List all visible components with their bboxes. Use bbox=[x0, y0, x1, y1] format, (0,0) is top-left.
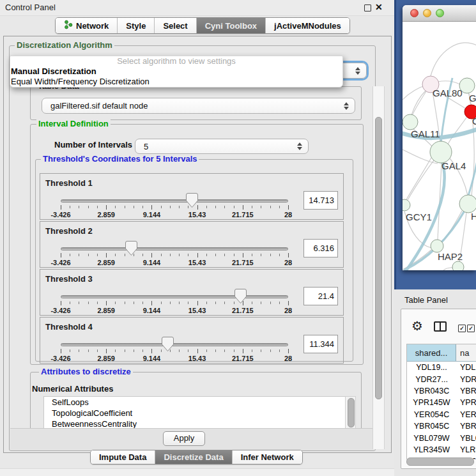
minimize-traffic-light-icon[interactable] bbox=[423, 9, 431, 17]
slider-thumb[interactable] bbox=[186, 193, 198, 208]
cell-name[interactable]: YPR1 bbox=[456, 398, 476, 407]
column-header-name[interactable]: na bbox=[456, 344, 476, 361]
column-header-shared-name[interactable]: shared... bbox=[407, 344, 456, 361]
tick-label: 28 bbox=[284, 259, 292, 266]
slider-track[interactable] bbox=[61, 247, 288, 250]
cell-shared-name[interactable]: YER054C bbox=[407, 410, 456, 419]
cell-shared-name[interactable]: YDR27... bbox=[407, 375, 456, 384]
close-icon[interactable]: ✕ bbox=[375, 2, 383, 12]
scrollbar-thumb[interactable] bbox=[406, 457, 474, 466]
table-horizontal-scrollbar[interactable] bbox=[405, 457, 476, 465]
cell-shared-name[interactable]: YBR043C bbox=[407, 387, 456, 395]
tick-label: 9.144 bbox=[143, 211, 161, 219]
network-node-gal4[interactable] bbox=[430, 141, 452, 163]
tab-discretize-data[interactable]: Discretize Data bbox=[155, 450, 231, 464]
node-attribute-table[interactable]: shared... na YDL19...YDL1YDR27...YDR2YBR… bbox=[406, 344, 476, 459]
threshold-slider[interactable]: -3.4262.8599.14415.4321.71528 bbox=[61, 339, 288, 364]
control-panel-scrollbar[interactable] bbox=[372, 86, 385, 449]
number-of-intervals-combo[interactable]: 5 bbox=[135, 139, 309, 154]
tick-label: 15.43 bbox=[188, 211, 206, 219]
float-icon[interactable] bbox=[364, 4, 371, 12]
cell-shared-name[interactable]: YBR045C bbox=[407, 422, 456, 431]
table-row[interactable]: YDR27...YDR2 bbox=[407, 373, 476, 385]
tab-impute-data[interactable]: Impute Data bbox=[91, 450, 155, 464]
cell-name[interactable]: YLR3 bbox=[456, 445, 476, 454]
network-node[interactable] bbox=[452, 261, 464, 270]
scrollbar-thumb[interactable] bbox=[348, 398, 355, 427]
threshold-label: Threshold 1 bbox=[45, 178, 93, 188]
tab-style[interactable]: Style bbox=[117, 18, 154, 33]
attributes-list-scrollbar[interactable] bbox=[345, 396, 356, 429]
tab-label: jActiveMNodules bbox=[274, 21, 341, 31]
tab-label: Infer Network bbox=[241, 452, 294, 462]
slider-thumb[interactable] bbox=[125, 241, 137, 256]
close-traffic-light-icon[interactable] bbox=[410, 9, 418, 17]
table-row[interactable]: YLR345WYLR3 bbox=[407, 444, 476, 456]
slider-thumb[interactable] bbox=[162, 337, 174, 352]
threshold-value-input[interactable] bbox=[303, 287, 338, 305]
threshold-value-input[interactable] bbox=[303, 191, 338, 210]
zoom-traffic-light-icon[interactable] bbox=[436, 9, 444, 17]
tab-infer-network[interactable]: Infer Network bbox=[232, 450, 302, 464]
checkbox-icon[interactable]: ✓ bbox=[458, 325, 466, 332]
network-node-h[interactable] bbox=[459, 195, 476, 213]
attribute-item-selfloops[interactable]: SelfLoops bbox=[44, 397, 346, 408]
split-columns-icon[interactable] bbox=[434, 321, 447, 332]
tick-label: 21.715 bbox=[232, 355, 254, 362]
network-window-titlebar[interactable] bbox=[403, 5, 476, 22]
table-data-combo[interactable]: galFiltered.sif default node bbox=[42, 98, 355, 114]
cell-name[interactable]: YBR0 bbox=[456, 422, 476, 431]
attribute-item-topologicalcoefficient[interactable]: TopologicalCoefficient bbox=[44, 408, 346, 418]
cell-name[interactable]: YDL1 bbox=[456, 363, 476, 372]
table-row[interactable]: YDL19...YDL1 bbox=[407, 362, 476, 373]
cell-name[interactable]: YBL0 bbox=[456, 434, 476, 443]
combo-spinner-icon bbox=[355, 67, 360, 75]
slider-track[interactable] bbox=[61, 295, 288, 298]
slider-thumb[interactable] bbox=[234, 289, 247, 304]
network-node-gal11[interactable] bbox=[403, 114, 418, 130]
table-row[interactable]: YPR145WYPR1 bbox=[407, 397, 476, 408]
cell-name[interactable]: YBR0 bbox=[456, 387, 476, 395]
tab-cyni-toolbox[interactable]: Cyni Toolbox bbox=[196, 18, 265, 33]
network-view-window[interactable]: GAL80GACGAL11GAL4GCY1HHAP2 bbox=[403, 5, 476, 270]
attributes-group: Attributes to discretize Numerical Attri… bbox=[30, 372, 362, 432]
cell-shared-name[interactable]: YDL19... bbox=[407, 363, 456, 372]
cell-shared-name[interactable]: YBL079W bbox=[407, 434, 456, 443]
table-row[interactable]: YER054CYER0 bbox=[407, 409, 476, 420]
tab-jactivemnodules[interactable]: jActiveMNodules bbox=[265, 18, 349, 33]
interval-definition-group-title: Interval Definition bbox=[36, 119, 111, 128]
threshold-value-input[interactable] bbox=[303, 335, 338, 353]
tab-select[interactable]: Select bbox=[154, 18, 196, 33]
slider-track[interactable] bbox=[61, 199, 288, 203]
table-row[interactable]: YBR045CYBR0 bbox=[407, 420, 476, 432]
threshold-label: Threshold 2 bbox=[45, 226, 93, 236]
scrollbar-thumb[interactable] bbox=[375, 117, 382, 399]
network-node-gcy1[interactable] bbox=[403, 199, 410, 211]
table-row[interactable]: YBR043CYBR0 bbox=[407, 385, 476, 397]
cell-shared-name[interactable]: YLR345W bbox=[407, 445, 456, 454]
algorithm-option-manual-discretization[interactable]: Manual Discretization bbox=[10, 66, 342, 77]
tick-label: 15.43 bbox=[188, 355, 206, 362]
threshold-value-input[interactable] bbox=[303, 239, 338, 257]
checkbox-icon[interactable]: ✓ bbox=[467, 325, 475, 332]
threshold-panel: Threshold 3 -3.4262.8599.14415.4321.7152… bbox=[40, 269, 344, 316]
control-panel-body: Discretization Algorithm Select algorith… bbox=[3, 36, 392, 453]
interval-definition-group: Interval Definition Number of Intervals … bbox=[30, 124, 364, 365]
table-row[interactable]: YBL079WYBL0 bbox=[407, 432, 476, 443]
threshold-slider[interactable]: -3.4262.8599.14415.4321.71528 bbox=[61, 243, 288, 268]
algorithm-option-equal-width-frequency-discretization[interactable]: Equal Width/Frequency Discretization bbox=[10, 77, 342, 87]
network-node-hap2[interactable] bbox=[431, 240, 443, 252]
slider-track[interactable] bbox=[61, 343, 288, 346]
cell-name[interactable]: YER0 bbox=[456, 410, 476, 419]
threshold-slider[interactable]: -3.4262.8599.14415.4321.71528 bbox=[61, 291, 288, 316]
tab-network[interactable]: Network bbox=[56, 18, 117, 33]
cell-name[interactable]: YDR2 bbox=[456, 375, 476, 384]
numerical-attributes-list[interactable]: SelfLoopsTopologicalCoefficientBetweenne… bbox=[43, 396, 346, 430]
network-graph[interactable]: GAL80GACGAL11GAL4GCY1HHAP2 bbox=[403, 22, 476, 270]
network-canvas[interactable]: GAL80GACGAL11GAL4GCY1HHAP2 bbox=[403, 22, 476, 270]
apply-button[interactable]: Apply bbox=[163, 431, 205, 446]
gear-icon[interactable]: ⚙ bbox=[411, 319, 423, 332]
threshold-panel: Threshold 1 -3.4262.8599.14415.4321.7152… bbox=[40, 173, 344, 220]
threshold-slider[interactable]: -3.4262.8599.14415.4321.71528 bbox=[61, 196, 288, 220]
cell-shared-name[interactable]: YPR145W bbox=[407, 398, 456, 407]
